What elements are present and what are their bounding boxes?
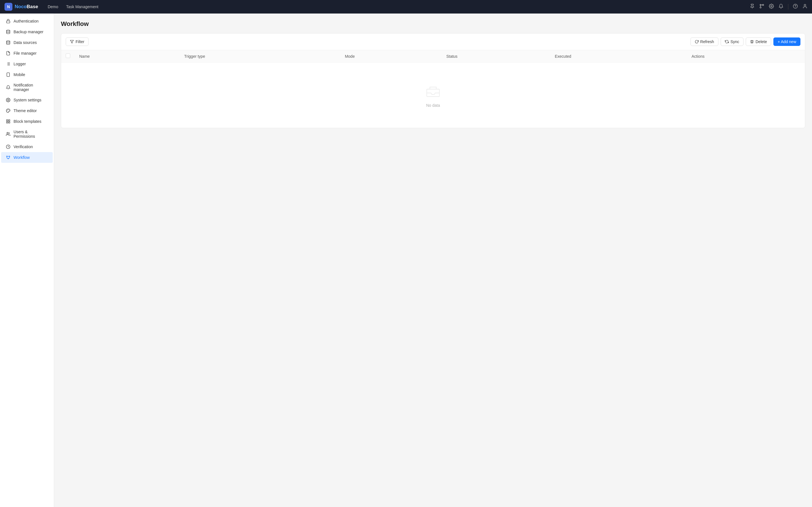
empty-inbox-icon <box>424 83 442 100</box>
logo-text: NocoBase <box>15 4 38 10</box>
sidebar-item-backup-manager[interactable]: Backup manager <box>1 26 53 37</box>
sidebar-item-authentication[interactable]: Authentication <box>1 16 53 26</box>
svg-point-12 <box>6 41 10 42</box>
svg-point-33 <box>9 156 10 157</box>
empty-state-cell: No data <box>61 62 805 128</box>
svg-point-11 <box>6 30 10 31</box>
sidebar-item-mobile[interactable]: Mobile <box>1 69 53 80</box>
refresh-button[interactable]: Refresh <box>691 38 718 46</box>
column-trigger-type: Trigger type <box>180 50 340 62</box>
empty-text: No data <box>426 103 440 108</box>
backup-manager-icon <box>6 29 11 34</box>
sync-button[interactable]: Sync <box>721 38 744 46</box>
data-sources-icon <box>6 40 11 45</box>
workflow-table: Name Trigger type Mode Status Executed A… <box>61 50 805 128</box>
sidebar-item-workflow[interactable]: Workflow <box>1 152 53 163</box>
svg-point-9 <box>804 4 806 6</box>
sidebar-label-system-settings: System settings <box>13 98 42 102</box>
column-actions: Actions <box>687 50 805 62</box>
sidebar-label-notification-manager: Notification manager <box>13 83 48 92</box>
toolbar-right: Refresh Sync Delete <box>691 38 801 46</box>
svg-point-23 <box>9 110 9 111</box>
svg-point-32 <box>6 156 7 157</box>
filter-label: Filter <box>75 40 84 44</box>
delete-icon <box>750 40 754 44</box>
main-layout: Authentication Backup manager Data sourc… <box>0 13 812 507</box>
refresh-icon <box>695 40 699 44</box>
user-icon[interactable] <box>802 4 808 10</box>
sidebar-item-verification[interactable]: Verification <box>1 142 53 152</box>
workflow-icon <box>6 155 11 160</box>
authentication-icon <box>6 18 11 24</box>
top-navigation: N NocoBase Demo Task Management <box>0 0 812 13</box>
sidebar-label-theme-editor: Theme editor <box>13 108 37 113</box>
select-all-checkbox[interactable] <box>66 54 70 58</box>
svg-marker-35 <box>70 40 73 43</box>
filter-button[interactable]: Filter <box>66 38 89 46</box>
sidebar-item-logger[interactable]: Logger <box>1 59 53 69</box>
filter-icon <box>70 40 74 44</box>
sidebar-item-system-settings[interactable]: System settings <box>1 95 53 105</box>
svg-rect-10 <box>6 21 10 23</box>
topnav-link-task-management[interactable]: Task Management <box>63 3 101 10</box>
column-mode: Mode <box>340 50 442 62</box>
page-title: Workflow <box>61 20 805 27</box>
svg-rect-29 <box>6 122 8 123</box>
sidebar-label-file-manager: File manager <box>13 51 37 55</box>
sidebar-label-workflow: Workflow <box>13 155 30 160</box>
svg-rect-27 <box>8 120 10 121</box>
help-icon[interactable] <box>793 4 798 10</box>
topnav-links: Demo Task Management <box>45 3 743 10</box>
refresh-label: Refresh <box>700 40 714 44</box>
sidebar-label-data-sources: Data sources <box>13 40 37 45</box>
users-permissions-icon <box>6 131 11 136</box>
delete-button[interactable]: Delete <box>746 38 771 46</box>
add-new-button[interactable]: + Add new <box>773 38 801 46</box>
table-toolbar: Filter Refresh Sync <box>61 34 805 50</box>
theme-editor-icon <box>6 108 11 113</box>
main-content: Workflow Filter <box>54 13 812 507</box>
svg-rect-26 <box>6 120 8 121</box>
empty-state-row: No data <box>61 62 805 128</box>
empty-state: No data <box>66 66 801 124</box>
logger-icon <box>6 61 11 66</box>
toolbar-left: Filter <box>66 38 89 46</box>
column-name: Name <box>75 50 180 62</box>
bell-icon[interactable] <box>778 4 783 10</box>
sidebar-label-backup-manager: Backup manager <box>13 30 43 34</box>
settings-icon[interactable] <box>769 4 774 10</box>
svg-point-25 <box>7 111 7 111</box>
sidebar-item-block-templates[interactable]: Block templates <box>1 116 53 127</box>
sidebar-label-logger: Logger <box>13 62 26 66</box>
pin-icon[interactable] <box>750 4 755 10</box>
sidebar-item-theme-editor[interactable]: Theme editor <box>1 105 53 116</box>
sync-label: Sync <box>730 40 739 44</box>
sidebar-label-block-templates: Block templates <box>13 119 42 124</box>
connection-icon[interactable] <box>759 4 764 10</box>
svg-point-6 <box>771 5 772 7</box>
sidebar-item-users-permissions[interactable]: Users & Permissions <box>1 127 53 142</box>
workflow-table-card: Filter Refresh Sync <box>61 33 805 128</box>
column-status: Status <box>442 50 550 62</box>
sidebar-label-authentication: Authentication <box>13 19 39 23</box>
sidebar-label-mobile: Mobile <box>13 72 25 77</box>
sync-icon <box>725 40 729 44</box>
logo-icon: N <box>4 3 12 11</box>
file-manager-icon <box>6 51 11 56</box>
mobile-icon <box>6 72 11 77</box>
svg-point-30 <box>7 132 8 134</box>
verification-icon <box>6 144 11 149</box>
svg-point-21 <box>8 100 9 101</box>
notification-manager-icon <box>6 85 11 90</box>
topnav-actions <box>750 4 808 10</box>
add-new-label: + Add new <box>777 40 796 44</box>
app-logo[interactable]: N NocoBase <box>4 3 38 11</box>
block-templates-icon <box>6 119 11 124</box>
sidebar-label-users-permissions: Users & Permissions <box>13 129 48 138</box>
delete-label: Delete <box>756 40 767 44</box>
sidebar-item-data-sources[interactable]: Data sources <box>1 37 53 48</box>
svg-point-22 <box>8 110 9 110</box>
topnav-link-demo[interactable]: Demo <box>45 3 61 10</box>
sidebar-item-file-manager[interactable]: File manager <box>1 48 53 59</box>
sidebar-item-notification-manager[interactable]: Notification manager <box>1 80 53 95</box>
